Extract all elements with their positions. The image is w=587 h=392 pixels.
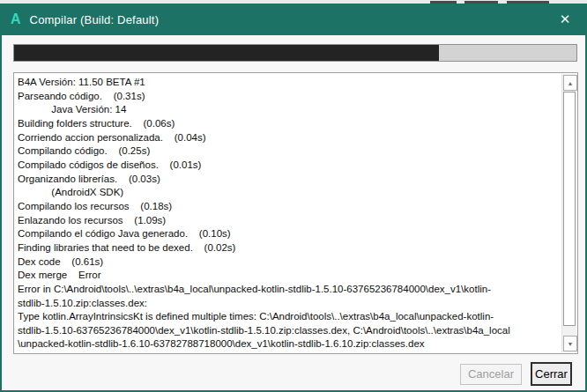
close-window-button[interactable]: ✕ xyxy=(546,4,583,35)
log-line: Finding libraries that need to be dexed.… xyxy=(18,241,560,255)
log-line: Dex code (0.61s) xyxy=(18,255,560,270)
log-line: stdlib-1.5.10.zip:classes.dex: xyxy=(18,297,560,311)
b4a-logo-icon: A xyxy=(11,11,21,27)
log-line: B4A Versión: 11.50 BETA #1 xyxy=(18,76,560,90)
log-line: (AndroidX SDK) xyxy=(18,186,560,200)
log-line: Dex merge Error xyxy=(18,269,560,283)
log-line: Error in C:\Android\tools\..\extras\b4a_… xyxy=(18,283,560,297)
log-line: Enlazando los recursos (1.09s) xyxy=(18,214,560,228)
vertical-scrollbar[interactable]: ▲ ▼ xyxy=(561,74,576,352)
log-line: Organizando librerías. (0.03s) xyxy=(18,173,560,187)
compile-log-box[interactable]: B4A Versión: 11.50 BETA #1Parseando códi… xyxy=(13,72,578,354)
log-line: Compilando el código Java generado. (0.1… xyxy=(18,227,560,241)
dialog-button-row: Cancelar Cerrar xyxy=(460,362,572,386)
scroll-down-button[interactable]: ▼ xyxy=(563,336,577,351)
log-line: Compilado códigos de diseños. (0.01s) xyxy=(18,159,560,173)
progress-fill xyxy=(14,45,439,61)
log-line: Compilando los recursos (0.18s) xyxy=(18,200,560,214)
arrow-down-icon: ▼ xyxy=(568,341,574,347)
log-line: Compilando código. (0.25s) xyxy=(18,144,560,159)
log-text: B4A Versión: 11.50 BETA #1Parseando códi… xyxy=(18,76,560,351)
compile-progress-bar xyxy=(13,44,577,62)
close-button[interactable]: Cerrar xyxy=(531,362,572,386)
scroll-up-button[interactable]: ▲ xyxy=(563,75,577,91)
log-line: \unpacked-kotlin-stdlib-1.6.10-637827887… xyxy=(18,337,560,351)
titlebar[interactable]: A Compilar (Build: Default) ✕ xyxy=(0,4,587,35)
arrow-up-icon: ▲ xyxy=(568,80,574,86)
log-line: stdlib-1.5.10-63765236784000\dex_v1\kotl… xyxy=(18,324,560,338)
scrollbar-thumb[interactable] xyxy=(563,92,576,326)
window-title: Compilar (Build: Default) xyxy=(30,13,160,26)
cancel-button[interactable]: Cancelar xyxy=(460,364,522,385)
log-line: Corriendo accion personalizada. (0.04s) xyxy=(18,131,560,145)
log-line: Type kotlin.ArrayIntrinsicsKt is defined… xyxy=(18,310,560,324)
close-icon: ✕ xyxy=(560,11,571,27)
compile-dialog: A Compilar (Build: Default) ✕ B4A Versió… xyxy=(0,4,587,392)
log-line: Java Versión: 14 xyxy=(18,103,560,117)
log-line: Building folders structure. (0.06s) xyxy=(18,117,560,131)
log-line: Parseando código. (0.31s) xyxy=(18,90,560,104)
